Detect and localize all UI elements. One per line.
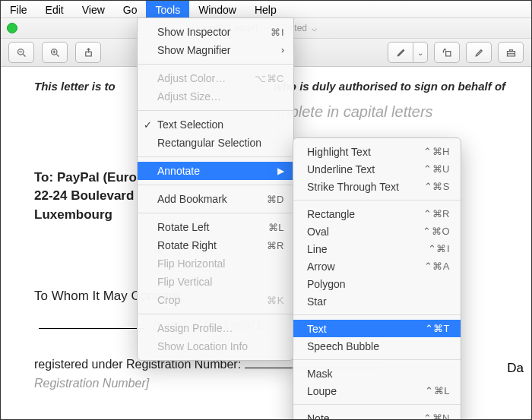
menu-item-adjust-color: Adjust Color…⌥⌘C	[138, 69, 293, 87]
menu-item-arrow[interactable]: Arrow⌃⌘A	[293, 257, 461, 275]
menubar[interactable]: File Edit View Go Tools Window Help	[1, 1, 531, 18]
menu-item-label: Text	[307, 323, 327, 335]
menu-item-highlight-text[interactable]: Highlight Text⌃⌘H	[293, 143, 461, 160]
tools-menu[interactable]: Show Inspector⌘IShow Magnifier›Adjust Co…	[137, 17, 294, 361]
menu-item-rotate-left[interactable]: Rotate Left⌘L	[138, 218, 293, 236]
markup-dropdown[interactable]: ⌄	[413, 42, 428, 63]
share-button[interactable]	[75, 42, 101, 63]
menu-separator	[138, 156, 293, 157]
menu-shortcut: ⌃⌘O	[423, 226, 450, 237]
menu-item-speech-bubble[interactable]: Speech Bubble	[293, 337, 461, 355]
menu-item-add-bookmark[interactable]: Add Bookmark⌘D	[138, 190, 293, 208]
menu-shortcut: ⌃⌘N	[423, 412, 450, 420]
menu-item-text[interactable]: Text⌃⌘T	[293, 320, 461, 337]
svg-rect-9	[445, 51, 450, 55]
menu-edit[interactable]: Edit	[36, 1, 73, 17]
menu-shortcut: ⌘K	[267, 295, 284, 306]
menu-item-label: Star	[307, 295, 327, 308]
check-icon: ✓	[144, 119, 152, 131]
menu-separator	[138, 213, 293, 213]
traffic-light-green[interactable]	[7, 23, 17, 33]
menu-item-label: Show Magnifier	[157, 44, 231, 56]
menu-item-rotate-right[interactable]: Rotate Right⌘R	[138, 236, 293, 254]
menu-item-rectangle[interactable]: Rectangle⌃⌘R	[293, 205, 461, 223]
menu-item-assign-profile: Assign Profile…	[138, 319, 293, 337]
menu-tools[interactable]: Tools	[146, 1, 189, 17]
menu-item-label: Note	[307, 412, 330, 421]
menu-item-rectangular-selection[interactable]: Rectangular Selection	[138, 134, 293, 152]
chevron-down-icon[interactable]: ⌵	[312, 23, 317, 33]
menu-item-loupe[interactable]: Loupe⌃⌘L	[293, 382, 461, 399]
menu-item-label: Rotate Left	[157, 221, 210, 233]
menu-item-flip-horizontal: Flip Horizontal	[138, 254, 293, 273]
menu-item-show-inspector[interactable]: Show Inspector⌘I	[138, 23, 293, 41]
menu-item-adjust-size: Adjust Size…	[138, 87, 293, 106]
menu-item-show-location-info: Show Location Info	[138, 337, 293, 355]
menu-item-label: Arrow	[307, 261, 335, 273]
menu-item-label: Speech Bubble	[307, 340, 379, 352]
menu-item-polygon[interactable]: Polygon	[293, 275, 461, 292]
rotate-icon	[442, 47, 453, 58]
menu-shortcut: ⌃⌘T	[425, 323, 450, 334]
menu-item-label: Text Selection	[157, 118, 223, 131]
share-icon	[83, 47, 94, 58]
menu-shortcut: ⌃⌘H	[423, 146, 450, 157]
menu-separator	[138, 314, 293, 314]
menu-file[interactable]: File	[1, 1, 36, 17]
toolbox-icon	[505, 47, 517, 58]
menu-item-label: Show Location Info	[157, 340, 248, 352]
menu-item-label: Add Bookmark	[157, 193, 227, 205]
menu-shortcut: ⌘D	[267, 194, 284, 205]
pencil-icon	[473, 47, 485, 58]
menu-item-label: Adjust Color…	[157, 72, 226, 84]
menu-item-annotate[interactable]: Annotate▶	[138, 162, 293, 180]
zoom-out-button[interactable]	[8, 42, 34, 63]
menu-item-label: Rectangle	[307, 208, 355, 220]
menu-item-label: Oval	[307, 226, 329, 238]
menu-item-line[interactable]: Line⌃⌘I	[293, 240, 461, 257]
menu-item-label: Highlight Text	[307, 146, 371, 158]
menu-item-oval[interactable]: Oval⌃⌘O	[293, 223, 461, 240]
lasso-button[interactable]	[466, 42, 492, 63]
menu-item-label: Mask	[307, 368, 332, 380]
menu-item-label: Rotate Right	[157, 239, 217, 251]
menu-shortcut: ⌃⌘I	[428, 243, 450, 254]
menu-separator	[138, 110, 293, 111]
menu-item-label: Loupe	[307, 385, 337, 397]
menu-window[interactable]: Window	[189, 1, 245, 17]
menu-item-label: Line	[307, 243, 327, 255]
menu-item-label: Flip Horizontal	[157, 257, 225, 270]
submenu-arrow-icon: ▶	[277, 166, 284, 176]
pen-icon	[395, 47, 407, 58]
menu-item-star[interactable]: Star	[293, 292, 461, 310]
menu-go[interactable]: Go	[114, 1, 147, 17]
menu-item-text-selection[interactable]: ✓Text Selection	[138, 115, 293, 134]
rotate-button[interactable]	[434, 42, 460, 63]
annotate-submenu[interactable]: Highlight Text⌃⌘HUnderline Text⌃⌘UStrike…	[293, 137, 461, 420]
menu-separator	[293, 314, 461, 315]
menu-item-note[interactable]: Note⌃⌘N	[293, 409, 461, 420]
menu-item-label: Adjust Size…	[157, 90, 221, 103]
menu-help[interactable]: Help	[245, 1, 286, 17]
magnifier-plus-icon	[49, 47, 61, 58]
menu-shortcut: ⌘L	[268, 222, 284, 233]
menu-item-show-magnifier[interactable]: Show Magnifier›	[138, 41, 293, 59]
menu-shortcut: ⌃⌘S	[424, 181, 450, 192]
menu-shortcut: ⌘R	[267, 240, 284, 251]
menu-view[interactable]: View	[73, 1, 114, 17]
menu-item-label: Assign Profile…	[157, 322, 233, 334]
menu-shortcut: ⌃⌘R	[423, 208, 450, 219]
menu-item-mask[interactable]: Mask	[293, 365, 461, 382]
menu-item-underline-text[interactable]: Underline Text⌃⌘U	[293, 160, 461, 178]
menu-item-flip-vertical: Flip Vertical	[138, 273, 293, 291]
menu-shortcut: ⌥⌘C	[255, 73, 284, 84]
menu-item-strike-through-text[interactable]: Strike Through Text⌃⌘S	[293, 178, 461, 195]
menu-separator	[293, 359, 461, 360]
menu-item-label: Rectangular Selection	[157, 137, 261, 149]
menu-item-label: Strike Through Text	[307, 181, 399, 193]
toolbox-button[interactable]	[498, 42, 524, 63]
menu-separator	[293, 404, 461, 405]
markup-button[interactable]	[388, 42, 413, 63]
zoom-in-button[interactable]	[42, 42, 68, 63]
doc-date-label: Da	[507, 361, 524, 376]
